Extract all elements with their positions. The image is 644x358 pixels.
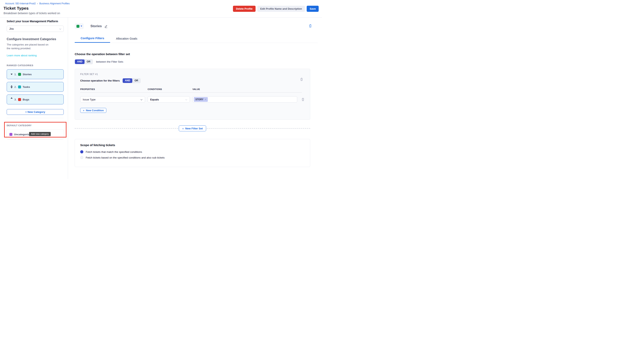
scope-option-label: Fetch tickets based on the specified con…: [86, 156, 164, 159]
operation-toggle-row: AND OR between the Filter Sets: [75, 59, 322, 64]
breadcrumb-account-link[interactable]: Account: SEI-Internal-Prod2: [5, 2, 36, 5]
edit-pencil-icon[interactable]: [104, 25, 108, 28]
and-toggle-option[interactable]: AND: [75, 60, 84, 64]
category-rank: 3.: [14, 98, 16, 101]
filter-set-card: FILTER SET #1 Choose operation for the f…: [75, 69, 310, 120]
category-card-stories[interactable]: 1. Stories: [7, 69, 64, 79]
configure-categories-description: The categories are placed based on the r…: [7, 43, 52, 50]
category-rank: 2.: [14, 85, 16, 88]
learn-more-link[interactable]: Learn more about ranking: [7, 54, 36, 57]
page-title: Ticket Types: [4, 6, 29, 11]
condition-row: Issue Type Equals STORY ×: [80, 96, 310, 103]
scope-option-sub-tickets: Fetch tickets based on the specified con…: [80, 156, 310, 159]
delete-condition-trash-icon[interactable]: [301, 97, 305, 102]
condition-select[interactable]: Equals: [148, 96, 190, 103]
main-content: Stories Configure Filters: [68, 18, 322, 179]
filter-sets-and-or-toggle[interactable]: AND OR: [75, 59, 93, 64]
new-category-button[interactable]: + New Category: [7, 109, 64, 115]
radio-unselected-icon[interactable]: [80, 156, 83, 159]
sidebar: Select your Issue Management Platform Ji…: [0, 18, 68, 179]
properties-column-header: PROPERTIES: [80, 88, 148, 90]
new-filter-set-row: + New Filter Set: [75, 125, 310, 131]
filter-operation-row: Choose operation for the filters AND OR: [80, 78, 310, 83]
sidebar-divider: [7, 118, 64, 118]
plus-icon: +: [25, 110, 27, 113]
page-header: Account: SEI-Internal-Prod2 › Business A…: [0, 0, 322, 18]
value-multiselect-input[interactable]: STORY ×: [192, 96, 297, 103]
tab-configure-filters[interactable]: Configure Filters: [75, 34, 110, 43]
configure-categories-title: Configure Investment Categories: [7, 37, 64, 41]
caret-down-icon: [80, 26, 82, 27]
add-category-tooltip: Add new category: [29, 132, 51, 136]
conditions-column-header: CONDITIONS: [148, 88, 192, 90]
operation-suffix-text: between the Filter Sets: [96, 60, 123, 63]
chevron-down-icon: [140, 98, 142, 100]
property-select-value: Issue Type: [83, 98, 96, 101]
platform-select-label: Select your Issue Management Platform: [7, 20, 64, 23]
move-up-down-icon[interactable]: [10, 85, 13, 88]
edit-profile-button[interactable]: Edit Profile Name and Description: [257, 6, 305, 12]
delete-category-trash-icon[interactable]: [308, 24, 312, 28]
plus-icon: +: [182, 127, 184, 130]
columns-divider: [80, 92, 302, 93]
scope-card: Scope of fetching tickets Fetch tickets …: [75, 139, 310, 167]
value-chip-label: STORY: [196, 98, 204, 101]
category-color-swatch: [18, 98, 21, 101]
category-label: Stories: [22, 73, 32, 76]
breadcrumb: Account: SEI-Internal-Prod2 › Business A…: [5, 2, 70, 5]
page-subtitle: Breakdown between types of tickets worke…: [4, 12, 60, 15]
new-filter-set-button[interactable]: + New Filter Set: [179, 125, 206, 131]
selected-color-swatch: [76, 25, 80, 28]
property-select[interactable]: Issue Type: [80, 96, 145, 103]
category-color-swatch: [18, 85, 21, 88]
category-label: Tasks: [22, 85, 30, 88]
chevron-down-icon: [59, 28, 61, 30]
category-card-bugs[interactable]: 3. Bugs: [7, 95, 64, 104]
page: Account: SEI-Internal-Prod2 › Business A…: [0, 0, 322, 179]
category-label: Bugs: [22, 98, 29, 101]
condition-columns-header: PROPERTIES CONDITIONS VALUE: [80, 88, 310, 90]
chevron-down-icon: [186, 98, 187, 100]
default-category-header: DEFAULT CATEGORY: [7, 124, 64, 127]
remove-chip-icon[interactable]: ×: [205, 98, 206, 101]
filter-set-title: FILTER SET #1: [80, 73, 310, 76]
delete-filter-set-trash-icon[interactable]: [300, 77, 304, 82]
scope-option-label: Fetch tickets that match the specified c…: [86, 150, 142, 153]
new-condition-button[interactable]: + New Condition: [80, 108, 106, 113]
category-color-picker[interactable]: [75, 23, 84, 29]
move-down-icon[interactable]: [10, 74, 13, 75]
category-header: Stories: [75, 23, 322, 29]
value-column-header: VALUE: [192, 88, 252, 90]
category-color-swatch: [10, 133, 12, 136]
scope-heading: Scope of fetching tickets: [80, 143, 310, 147]
move-up-icon[interactable]: [10, 97, 13, 99]
or-toggle-option[interactable]: OR: [84, 60, 92, 64]
save-button[interactable]: Save: [307, 6, 319, 12]
tab-allocation-goals[interactable]: Allocation Goals: [110, 34, 143, 43]
filters-and-or-toggle[interactable]: AND OR: [122, 78, 140, 83]
category-title: Stories: [90, 24, 102, 28]
breadcrumb-separator-icon: ›: [37, 2, 38, 5]
scope-option-match: Fetch tickets that match the specified c…: [80, 150, 310, 153]
platform-select[interactable]: Jira: [7, 26, 64, 32]
plus-icon: +: [83, 109, 84, 112]
platform-select-value: Jira: [9, 27, 14, 30]
filter-operation-label: Choose operation for the filters: [80, 79, 120, 82]
tabs: Configure Filters Allocation Goals: [75, 34, 318, 43]
category-rank: 1.: [14, 73, 16, 76]
header-actions: Delete Profile Edit Profile Name and Des…: [233, 6, 319, 12]
breadcrumb-profiles-link[interactable]: Business Alignment Profiles: [39, 2, 70, 5]
value-chip: STORY ×: [194, 97, 208, 102]
radio-selected-icon[interactable]: [80, 150, 83, 153]
ranked-categories-header: RANKED CATEGORIES: [7, 64, 64, 67]
and-toggle-option[interactable]: AND: [123, 78, 132, 83]
delete-profile-button[interactable]: Delete Profile: [233, 6, 255, 12]
condition-select-value: Equals: [150, 98, 159, 101]
category-color-swatch: [18, 73, 21, 76]
or-toggle-option[interactable]: OR: [132, 78, 140, 83]
operation-section-heading: Choose the operation between filter set: [75, 52, 322, 56]
category-card-tasks[interactable]: 2. Tasks: [7, 82, 64, 92]
